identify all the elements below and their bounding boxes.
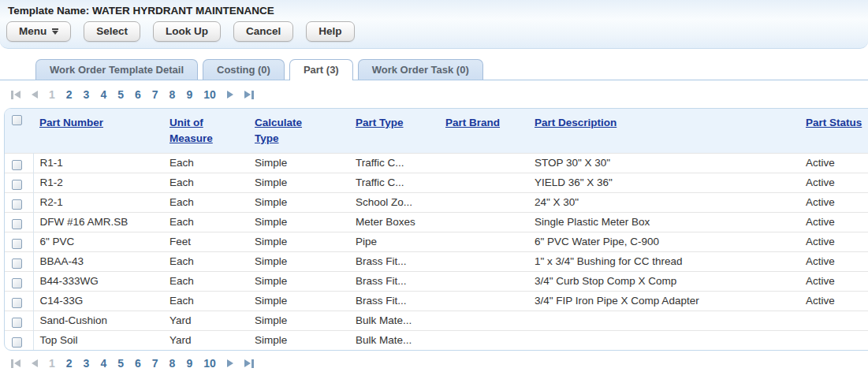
table-row: BBAA-43EachSimpleBrass Fit...1" x 3/4" B… [5, 252, 868, 272]
tab-costing[interactable]: Costing (0) [203, 59, 285, 80]
cell-part-status: Active [799, 232, 868, 252]
column-header-part-brand[interactable]: Part Brand [445, 115, 500, 131]
page-link-10[interactable]: 10 [203, 88, 216, 101]
cancel-button[interactable]: Cancel [233, 21, 293, 42]
cell-part-brand [439, 154, 528, 173]
cell-part-status: Active [799, 292, 868, 311]
cell-part-status [799, 311, 868, 331]
cell-part-type: Meter Boxes [349, 213, 439, 232]
column-header-part-status[interactable]: Part Status [806, 115, 862, 131]
page-link-8[interactable]: 8 [170, 357, 176, 370]
cell-part-brand [439, 232, 528, 252]
cell-unit-of-measure: Each [163, 193, 248, 213]
parts-table-region: Part NumberUnit of MeasureCalculate Type… [4, 108, 868, 351]
cell-part-type: Brass Fit... [349, 252, 439, 272]
cell-unit-of-measure: Yard [163, 311, 248, 331]
page-link-3[interactable]: 3 [84, 88, 90, 101]
row-checkbox[interactable] [12, 318, 22, 328]
page-link-6[interactable]: 6 [135, 357, 141, 370]
tab-work-order-template-detail[interactable]: Work Order Template Detail [35, 59, 198, 80]
last-page-icon[interactable] [244, 91, 254, 99]
cell-calculate-type: Simple [248, 154, 349, 173]
menu-button[interactable]: Menu [6, 21, 71, 42]
cell-calculate-type: Simple [248, 232, 349, 252]
row-checkbox[interactable] [12, 258, 22, 269]
page-link-3[interactable]: 3 [84, 357, 90, 370]
page-link-2[interactable]: 2 [66, 357, 73, 370]
table-row: 6" PVCFeetSimplePipe6" PVC Water Pipe, C… [5, 232, 868, 252]
tab-bar: Work Order Template DetailCosting (0)Par… [0, 59, 868, 80]
cell-calculate-type: Simple [248, 292, 349, 311]
cell-part-type: Traffic C... [349, 173, 439, 193]
page-link-5[interactable]: 5 [117, 357, 124, 370]
column-header-calculate-type[interactable]: Calculate Type [255, 115, 313, 146]
page-link-7[interactable]: 7 [152, 357, 158, 370]
page-link-6[interactable]: 6 [135, 88, 141, 101]
row-checkbox[interactable] [12, 160, 22, 170]
cell-part-number: DFW #16 AMR.SB [33, 213, 163, 232]
first-page-icon [11, 91, 20, 99]
previous-page-icon [32, 91, 38, 99]
cell-part-number: R1-1 [33, 154, 163, 173]
cell-part-status: Active [799, 173, 868, 193]
help-button[interactable]: Help [306, 21, 354, 42]
table-row: R2-1EachSimpleSchool Zo...24" X 30"Activ… [5, 193, 868, 213]
column-header-unit-of-measure[interactable]: Unit of Measure [170, 115, 218, 146]
first-page-icon [11, 359, 20, 368]
top-pagination: 12345678910 [0, 80, 868, 108]
cell-calculate-type: Simple [248, 311, 349, 331]
cell-part-brand [439, 213, 528, 232]
page-link-1: 1 [49, 357, 55, 370]
cell-part-brand [439, 331, 528, 351]
lookup-button[interactable]: Look Up [153, 21, 221, 42]
column-header-part-number[interactable]: Part Number [39, 115, 103, 131]
table-row: Top SoilYardSimpleBulk Mate... [5, 331, 868, 351]
page-link-4[interactable]: 4 [100, 88, 106, 101]
row-checkbox[interactable] [12, 298, 22, 308]
tab-work-order-task[interactable]: Work Order Task (0) [358, 59, 483, 80]
select-button[interactable]: Select [84, 21, 140, 42]
cell-part-description: STOP 30" X 30" [528, 154, 799, 173]
cell-part-type: Pipe [349, 232, 439, 252]
cell-part-description: 24" X 30" [528, 193, 799, 213]
row-checkbox[interactable] [12, 239, 22, 249]
table-row: Sand-CushionYardSimpleBulk Mate... [5, 311, 868, 331]
select-all-checkbox[interactable] [12, 115, 22, 125]
cell-part-description: 3/4" FIP Iron Pipe X Comp Adapter [528, 292, 799, 311]
cell-part-number: R1-2 [33, 173, 163, 193]
page-link-9[interactable]: 9 [186, 357, 192, 370]
cell-part-number: Top Soil [33, 331, 163, 351]
cell-part-status [799, 331, 868, 351]
toolbar: Menu Select Look Up Cancel Help [0, 19, 868, 42]
row-checkbox[interactable] [12, 180, 22, 190]
next-page-icon[interactable] [227, 359, 233, 367]
page-link-10[interactable]: 10 [203, 357, 216, 370]
row-checkbox[interactable] [12, 278, 22, 288]
page-link-4[interactable]: 4 [100, 357, 106, 370]
cell-calculate-type: Simple [248, 252, 349, 272]
page-link-8[interactable]: 8 [170, 88, 176, 101]
table-row: DFW #16 AMR.SBEachSimpleMeter BoxesSingl… [5, 213, 868, 232]
row-checkbox[interactable] [12, 199, 22, 210]
row-checkbox[interactable] [12, 337, 22, 348]
next-page-icon[interactable] [227, 91, 233, 99]
cell-part-type: Bulk Mate... [349, 311, 439, 331]
table-row: R1-2EachSimpleTraffic C...YIELD 36" X 36… [5, 173, 868, 193]
page-link-5[interactable]: 5 [117, 88, 124, 101]
tab-part[interactable]: Part (3) [289, 59, 353, 80]
menu-dropdown-icon [52, 28, 58, 35]
cell-part-status: Active [799, 154, 868, 173]
column-header-part-description[interactable]: Part Description [535, 115, 617, 131]
cell-part-brand [439, 311, 528, 331]
cell-unit-of-measure: Each [163, 154, 248, 173]
cell-part-brand [439, 193, 528, 213]
page-link-2[interactable]: 2 [66, 88, 73, 101]
cell-unit-of-measure: Each [163, 213, 248, 232]
last-page-icon[interactable] [244, 359, 254, 368]
table-row: R1-1EachSimpleTraffic C...STOP 30" X 30"… [5, 154, 868, 173]
cell-part-number: C14-33G [33, 292, 163, 311]
row-checkbox[interactable] [12, 219, 22, 229]
column-header-part-type[interactable]: Part Type [356, 115, 404, 131]
page-link-9[interactable]: 9 [186, 88, 192, 101]
page-link-7[interactable]: 7 [152, 88, 158, 101]
